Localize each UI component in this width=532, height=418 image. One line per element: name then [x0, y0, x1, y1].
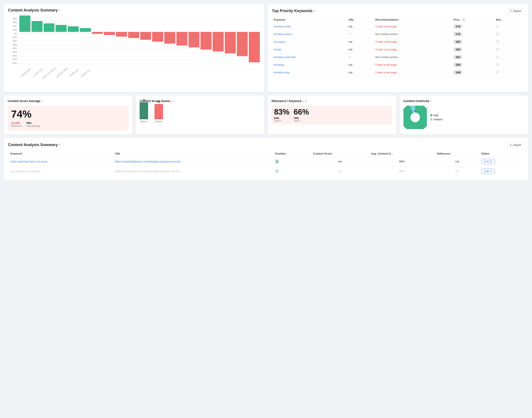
col-url: URL: [347, 17, 374, 23]
analysis-url-0: https://explodingtopics.com/blog/top-you…: [113, 157, 273, 166]
score-avg-info-icon[interactable]: ℹ: [41, 100, 43, 103]
legend-medium-dot: [430, 118, 432, 121]
legend-high-dot: [430, 114, 432, 116]
summ-above-bar: 32 Above: [140, 99, 148, 123]
analysis-edit-button-0[interactable]: Edit ☰: [482, 159, 495, 164]
analysis-diff-0: n/a: [435, 157, 479, 166]
kw-edit-5[interactable]: ☰: [494, 61, 524, 69]
analysis-pos-1: 1: [273, 166, 311, 176]
analysis-table-row: top searches on youtubehttps://exploding…: [8, 166, 524, 176]
kw-rec-4: Non-content actions: [374, 53, 452, 61]
analysis-kw-link-0[interactable]: most searched topics on youtu: [10, 160, 48, 163]
kw-link-2[interactable]: hot topics: [274, 40, 286, 43]
kw-edit-6[interactable]: ☰: [494, 69, 524, 76]
export-up-icon: ⇧: [510, 9, 512, 12]
bar-item-3: exploding trends: [55, 15, 67, 62]
kw-link-0[interactable]: trending news: [274, 25, 291, 28]
kw-rec-2: Create a new page: [374, 38, 452, 46]
kw-priority-1: 175: [452, 30, 495, 38]
summ-below-bar: 29 Below: [155, 100, 163, 123]
score-top5-col: 79% Top5 Average: [26, 121, 40, 127]
centricity-info-icon[interactable]: ℹ: [430, 100, 431, 103]
kw-priority-4: 161: [452, 53, 495, 61]
relevance-sublabel2: Top5 C: [294, 120, 309, 122]
summ-above-label: Above: [140, 120, 147, 123]
kw-edit-1[interactable]: ☰: [494, 30, 524, 38]
analysis-diff-1: n/a: [435, 166, 479, 176]
relevance-sub2: 70%: [294, 117, 309, 120]
kw-edit-0[interactable]: ☰: [494, 23, 524, 30]
kw-priority-3: 162: [452, 46, 495, 53]
chart-title-text: Content Analysis Summary: [8, 8, 58, 12]
legend-medium: medium: [430, 118, 443, 121]
bar-item-2: what is the most ae...: [43, 15, 55, 62]
kw-link-1[interactable]: trending search: [274, 33, 293, 36]
bar-item-0: trending topics: [19, 15, 31, 62]
bottom-info-icon[interactable]: ℹ: [59, 143, 60, 147]
kw-edit-4[interactable]: ☰: [494, 53, 524, 61]
kw-url-na-0: n/a: [347, 23, 374, 30]
content-score-average-card: Content Score Average ℹ 74% -6.14% Diffe…: [4, 95, 132, 134]
kw-rec-0: Create a new page: [374, 23, 452, 30]
score-avg-bg: 74% -6.14% Difference 79% Top5 Average: [8, 106, 129, 130]
keywords-info-icon[interactable]: ℹ: [314, 9, 315, 12]
bottom-export-button[interactable]: ⇧ Export: [507, 142, 524, 148]
score-summ-info-icon[interactable]: ℹ: [173, 100, 174, 103]
kw-url-na-3: n/a: [347, 46, 374, 53]
analysis-avg-0: 86%: [369, 157, 435, 166]
svg-text:7%: 7%: [414, 110, 416, 113]
analysis-table: Keyword URL Position Content Score Avg. …: [8, 151, 524, 176]
kw-link-4[interactable]: trending searches: [274, 56, 296, 59]
kw-priority-2: 165: [452, 38, 495, 46]
relevance-title-text: Relevance / Keyword ...: [272, 99, 305, 103]
bottom-card-header: Content Analysis Summary ℹ ⇧ Export: [8, 142, 524, 148]
content-analysis-chart-card: Content Analysis Summary ℹ Content Score…: [4, 4, 264, 92]
score-diff-col: -6.14% Difference: [11, 121, 22, 127]
bar-item-7: [104, 15, 115, 62]
relevance-info-icon[interactable]: ℹ: [306, 100, 307, 103]
keywords-export-button[interactable]: ⇧ Export: [507, 8, 524, 14]
analysis-kw-link-1[interactable]: top searches on youtube: [10, 170, 40, 173]
bar-item-12: [164, 15, 176, 62]
kw-edit-2[interactable]: ☰: [494, 38, 524, 46]
score-diff-value: -6.14%: [11, 121, 22, 125]
score-avg-title: Content Score Average ℹ: [8, 99, 129, 103]
bar-item-8: [116, 15, 127, 62]
centricity-title-text: Content Centricity: [403, 99, 429, 103]
analysis-url-1: https://explodingtopics.com/blog/top-you…: [113, 166, 273, 176]
relevance-col-2: 66% 70% Top5 C: [294, 108, 309, 122]
bar-item-19: [249, 15, 260, 62]
analysis-table-body: most searched topics on youtuhttps://exp…: [8, 157, 524, 176]
relevance-sublabel1: Top5 R: [274, 120, 290, 122]
chart-info-icon[interactable]: ℹ: [59, 9, 60, 12]
bottom-title: Content Analysis Summary ℹ: [8, 143, 60, 147]
kw-link-3[interactable]: trends: [274, 48, 281, 51]
relevance-bg: 83% 93% Top5 R 66% 70% Top5 C: [272, 106, 392, 125]
score-summ-chart: 32 Above 29 Below: [140, 106, 260, 127]
kw-link-5[interactable]: trending: [274, 63, 284, 66]
kw-url-na-5: n/a: [347, 61, 374, 69]
bar-item-1: a current trend: [31, 15, 43, 62]
bar-item-14: [188, 15, 200, 62]
bar-item-9: [128, 15, 139, 62]
keywords-title-text: Top Priority Keywords: [272, 9, 313, 13]
score-avg-title-text: Content Score Average: [8, 99, 40, 103]
kw-link-6[interactable]: trending now: [274, 71, 290, 74]
bar-x-label-0: trending topics: [20, 68, 31, 77]
summ-below-value: 29: [157, 100, 160, 103]
kw-priority-5: 158: [452, 61, 495, 69]
bottom-analysis-card: Content Analysis Summary ℹ ⇧ Export Keyw…: [4, 138, 528, 181]
analysis-col-difference: Difference: [435, 151, 479, 157]
score-avg-value: 74%: [11, 109, 125, 119]
bar-x-label-3: exploding trends: [56, 67, 68, 78]
analysis-edit-button-1[interactable]: Edit ☰: [482, 169, 495, 174]
centricity-legend: high medium: [430, 114, 443, 121]
relevance-main2: 66%: [294, 108, 309, 116]
analysis-col-editor: Editor: [479, 151, 524, 157]
kw-url-na-2: n/a: [347, 38, 374, 46]
kw-edit-3[interactable]: ☰: [494, 46, 524, 53]
svg-text:93%: 93%: [413, 121, 417, 123]
kw-priority-0: 176: [452, 23, 495, 30]
bottom-title-text: Content Analysis Summary: [8, 143, 58, 147]
score-avg-row: -6.14% Difference 79% Top5 Average: [11, 121, 125, 127]
